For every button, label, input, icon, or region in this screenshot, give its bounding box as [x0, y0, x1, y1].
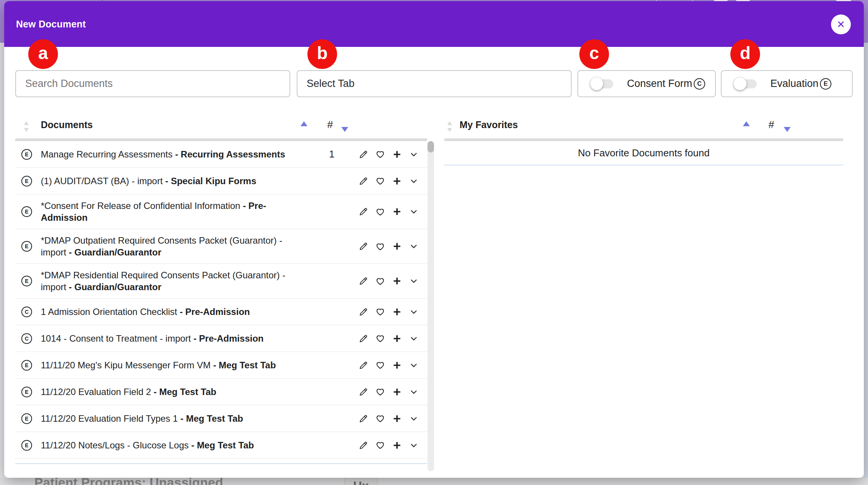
favorite-heart-icon[interactable] — [375, 360, 385, 370]
document-title: 11/12/20 Notes/Logs - Glucose Logs - Meg… — [41, 434, 289, 456]
close-icon: ✕ — [837, 19, 845, 29]
sort-toggle-icon[interactable] — [23, 120, 30, 133]
close-button[interactable]: ✕ — [831, 14, 851, 34]
row-actions — [358, 360, 419, 370]
search-input[interactable] — [16, 71, 289, 96]
expand-chevron-icon[interactable] — [409, 334, 419, 344]
evaluation-toggle[interactable]: Evaluation E — [721, 70, 853, 97]
edit-pencil-icon[interactable] — [358, 276, 368, 286]
expand-chevron-icon[interactable] — [409, 414, 419, 424]
document-type-icon: E — [21, 360, 32, 371]
edit-pencil-icon[interactable] — [358, 207, 368, 217]
edit-pencil-icon[interactable] — [358, 307, 368, 317]
document-type-icon: C — [21, 333, 32, 344]
document-type-icon: E — [21, 440, 32, 451]
expand-chevron-icon[interactable] — [409, 276, 419, 286]
toggle-switch[interactable] — [591, 79, 613, 89]
toggle-knob — [733, 77, 747, 90]
expand-chevron-icon[interactable] — [409, 440, 419, 450]
toggle-switch[interactable] — [735, 79, 757, 89]
select-tab-label: Select Tab — [307, 78, 355, 90]
expand-chevron-icon[interactable] — [409, 207, 419, 217]
favorites-table: My Favorites # No Favorite Documents fou… — [444, 114, 843, 165]
document-row[interactable]: E 11/12/20 Evaluation Field 2 - Meg Test… — [15, 379, 427, 405]
document-title: *DMAP Residential Required Consents Pack… — [41, 264, 289, 298]
document-title: 11/12/20 Evaluation Field Types 1 - Meg … — [41, 407, 289, 430]
sort-descending-icon[interactable] — [784, 127, 791, 132]
documents-scrollbar-thumb[interactable] — [428, 141, 434, 153]
favorite-heart-icon[interactable] — [375, 334, 385, 344]
document-row[interactable]: E *Consent For Release of Confidential I… — [15, 194, 427, 229]
edit-pencil-icon[interactable] — [358, 176, 368, 186]
add-plus-icon[interactable] — [392, 387, 402, 397]
add-plus-icon[interactable] — [392, 414, 402, 424]
expand-chevron-icon[interactable] — [409, 176, 419, 186]
favorite-heart-icon[interactable] — [375, 241, 385, 251]
expand-chevron-icon[interactable] — [409, 307, 419, 317]
add-plus-icon[interactable] — [392, 334, 402, 344]
sort-ascending-icon[interactable] — [301, 121, 307, 126]
add-plus-icon[interactable] — [392, 241, 402, 251]
document-row[interactable]: C 1014 - Consent to Treatment - import -… — [15, 325, 427, 352]
expand-chevron-icon[interactable] — [409, 149, 419, 159]
document-row[interactable]: E Manage Recurring Assessments - Recurri… — [15, 141, 427, 168]
screen: Patient Programs: Unassigned Hx New Docu… — [0, 0, 868, 485]
consent-form-toggle[interactable]: Consent Form C — [577, 70, 716, 97]
row-actions — [358, 334, 419, 344]
annotation-b: b — [307, 39, 337, 69]
favorite-heart-icon[interactable] — [375, 387, 385, 397]
favorite-heart-icon[interactable] — [375, 414, 385, 424]
document-title: *DMAP Outpatient Required Consents Packe… — [41, 229, 289, 263]
edit-pencil-icon[interactable] — [358, 241, 368, 251]
favorite-heart-icon[interactable] — [375, 176, 385, 186]
favorites-table-header: My Favorites # — [444, 114, 843, 138]
edit-pencil-icon[interactable] — [358, 360, 368, 370]
documents-scrollbar-track — [428, 141, 434, 471]
edit-pencil-icon[interactable] — [358, 440, 368, 450]
edit-pencil-icon[interactable] — [358, 414, 368, 424]
document-row[interactable]: E (1) AUDIT/DAST (BA) - import - Special… — [15, 168, 427, 194]
edit-pencil-icon[interactable] — [358, 149, 368, 159]
favorite-heart-icon[interactable] — [375, 276, 385, 286]
add-plus-icon[interactable] — [392, 176, 402, 186]
expand-chevron-icon[interactable] — [409, 360, 419, 370]
modal-header: New Document — [4, 1, 864, 47]
add-plus-icon[interactable] — [392, 307, 402, 317]
add-plus-icon[interactable] — [392, 276, 402, 286]
document-row[interactable]: E 11/12/20 Notes/Logs - Glucose Logs - M… — [15, 432, 427, 459]
select-tab-dropdown[interactable]: Select Tab — [297, 70, 572, 97]
edit-pencil-icon[interactable] — [358, 387, 368, 397]
row-actions — [358, 276, 419, 286]
search-documents-field[interactable] — [15, 70, 290, 97]
edit-pencil-icon[interactable] — [358, 334, 368, 344]
count-column-header: # — [327, 119, 333, 131]
favorite-heart-icon[interactable] — [375, 149, 385, 159]
toggle-knob — [590, 77, 603, 90]
document-row[interactable]: E *DMAP Outpatient Required Consents Pac… — [15, 229, 427, 264]
row-actions — [358, 307, 419, 317]
sort-descending-icon[interactable] — [341, 127, 348, 132]
table-bottom-divider — [15, 459, 427, 464]
table-header-divider — [15, 138, 427, 141]
favorite-heart-icon[interactable] — [375, 440, 385, 450]
document-row[interactable]: E 11/11/20 Meg's Kipu Messenger Form VM … — [15, 352, 427, 379]
document-row[interactable]: C 1 Admission Orientation Checklist - Pr… — [15, 299, 427, 325]
document-row[interactable]: E *DMAP Residential Required Consents Pa… — [15, 264, 427, 299]
sort-toggle-icon[interactable] — [446, 120, 453, 133]
expand-chevron-icon[interactable] — [409, 387, 419, 397]
circled-e-icon: E — [820, 78, 831, 90]
favorite-heart-icon[interactable] — [375, 307, 385, 317]
documents-list: E Manage Recurring Assessments - Recurri… — [15, 141, 438, 459]
background-page-scrollbar — [864, 43, 868, 485]
add-plus-icon[interactable] — [392, 440, 402, 450]
add-plus-icon[interactable] — [392, 207, 402, 217]
favorite-heart-icon[interactable] — [375, 207, 385, 217]
expand-chevron-icon[interactable] — [409, 241, 419, 251]
sort-ascending-icon[interactable] — [743, 121, 750, 126]
add-plus-icon[interactable] — [392, 360, 402, 370]
table-header-divider — [444, 138, 843, 141]
row-actions — [358, 207, 419, 217]
documents-table-header: Documents # — [15, 114, 438, 138]
document-row[interactable]: E 11/12/20 Evaluation Field Types 1 - Me… — [15, 405, 427, 432]
add-plus-icon[interactable] — [392, 149, 402, 159]
